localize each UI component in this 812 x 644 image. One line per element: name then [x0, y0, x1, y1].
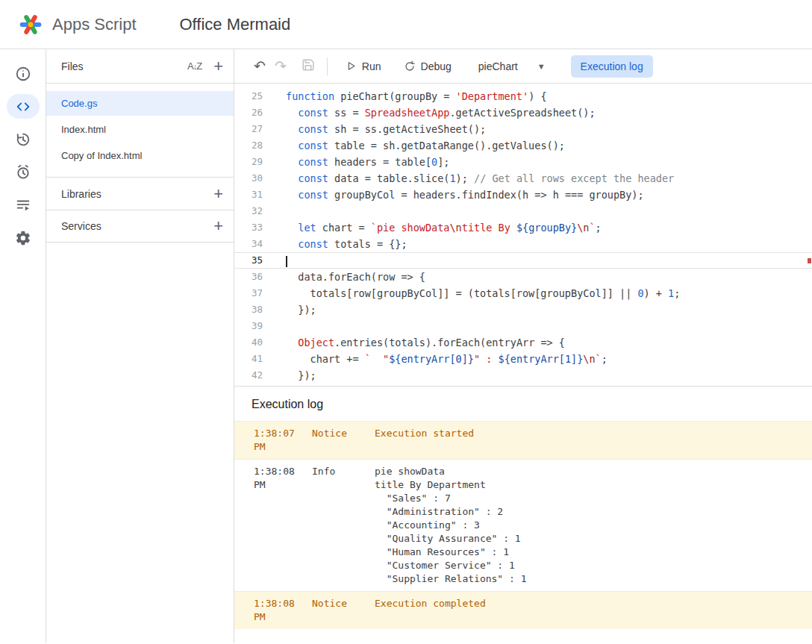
code-line-37[interactable]: 37 totals[row[groupByCol]] = (totals[row… [234, 285, 812, 301]
code-line-33[interactable]: 33 let chart = `pie showData\ntitle By $… [234, 219, 812, 236]
code-line-30[interactable]: 30 const data = table.slice(1); // Get a… [234, 170, 812, 187]
code-line-40[interactable]: 40 Object.entries(totals).forEach(entryA… [234, 334, 812, 351]
execution-log-button[interactable]: Execution log [571, 55, 653, 78]
run-play-icon [346, 60, 357, 72]
nav-settings-button[interactable] [7, 225, 40, 250]
code-line-26[interactable]: 26 const ss = SpreadsheetApp.getActiveSp… [234, 104, 812, 121]
apps-script-app: Apps Script Office Mermaid [0, 0, 812, 644]
code-line-34[interactable]: 34 const totals = {}; [234, 236, 812, 252]
sort-az-icon[interactable]: A↓Z [187, 60, 202, 72]
code-line-text: data.forEach(row => { [263, 269, 425, 285]
code-line-39[interactable]: 39 [234, 318, 812, 334]
code-line-28[interactable]: 28 const table = sh.getDataRange().getVa… [234, 137, 812, 154]
debug-button[interactable]: Debug [396, 56, 459, 77]
file-item-code-gs[interactable]: Code.gs [46, 91, 234, 116]
line-number: 27 [234, 121, 263, 137]
line-number: 33 [234, 219, 263, 236]
execution-log-title: Execution log [234, 387, 812, 421]
info-overview-icon [15, 66, 31, 82]
code-line-text: chart += ` "${entryArr[0]}" : ${entryArr… [263, 351, 608, 367]
save-icon [302, 58, 315, 72]
left-nav-rail [0, 49, 46, 643]
code-line-32[interactable]: 32 [234, 203, 812, 219]
main-area: ↶ ↷ Run Debug pieChart ▼ Execu [234, 49, 812, 643]
project-title[interactable]: Office Mermaid [180, 15, 291, 34]
add-file-button[interactable]: + [213, 58, 223, 75]
undo-button[interactable]: ↶ [249, 57, 270, 75]
services-section: Services + [46, 210, 234, 243]
code-line-text: const ss = SpreadsheetApp.getActiveSprea… [263, 104, 596, 121]
triggers-clock-icon [15, 164, 31, 181]
code-line-27[interactable]: 27 const sh = ss.getActiveSheet(); [234, 121, 812, 137]
code-line-42[interactable]: 42 }); [234, 367, 812, 384]
log-timestamp: 1:38:08 PM [234, 597, 312, 624]
nav-project-history-button[interactable] [7, 127, 40, 151]
code-line-text: const table = sh.getDataRange().getValue… [263, 137, 565, 154]
line-number: 38 [234, 301, 263, 318]
code-lines: 25function pieChart(groupBy = 'Departmen… [234, 88, 812, 384]
settings-gear-icon [15, 230, 31, 246]
run-button[interactable]: Run [338, 56, 389, 77]
code-line-text: let chart = `pie showData\ntitle By ${gr… [263, 219, 602, 236]
nav-executions-button[interactable] [7, 193, 40, 217]
nav-triggers-button[interactable] [7, 160, 40, 184]
redo-icon: ↷ [275, 58, 287, 74]
libraries-section: Libraries + [46, 177, 234, 210]
redo-button[interactable]: ↷ [270, 57, 291, 75]
code-line-35[interactable]: 35 [234, 252, 812, 269]
log-level: Notice [312, 427, 375, 454]
files-panel: Files A↓Z + Code.gs Index.html Copy of I… [46, 49, 234, 643]
debug-label: Debug [421, 60, 452, 72]
editor-toolbar: ↶ ↷ Run Debug pieChart ▼ Execu [234, 49, 812, 84]
chevron-down-icon: ▼ [537, 62, 546, 71]
nav-overview-button[interactable] [7, 61, 40, 86]
code-line-text: }); [263, 367, 316, 384]
code-line-text [263, 203, 286, 219]
code-line-38[interactable]: 38 }); [234, 301, 812, 318]
app-name[interactable]: Apps Script [52, 15, 137, 34]
code-line-text: function pieChart(groupBy = 'Department'… [263, 88, 547, 104]
code-line-text [263, 318, 286, 334]
file-item-index-html[interactable]: Index.html [46, 117, 234, 142]
file-name: Copy of Index.html [61, 150, 142, 161]
log-timestamp: 1:38:08 PM [234, 465, 312, 586]
code-editor[interactable]: 25function pieChart(groupBy = 'Departmen… [234, 84, 812, 386]
code-line-text: const data = table.slice(1); // Get all … [263, 170, 674, 187]
code-line-29[interactable]: 29 const headers = table[0]; [234, 154, 812, 170]
log-entry-notice: 1:38:07 PMNoticeExecution started [234, 421, 812, 459]
function-selector[interactable]: pieChart ▼ [472, 56, 552, 77]
code-line-text [263, 253, 287, 268]
run-label: Run [362, 60, 381, 72]
code-line-41[interactable]: 41 chart += ` "${entryArr[0]}" : ${entry… [234, 351, 812, 367]
code-line-text: }); [263, 301, 316, 318]
code-line-text: const sh = ss.getActiveSheet(); [263, 121, 486, 137]
executions-list-icon [15, 197, 31, 213]
log-message: pie showData title By Department "Sales"… [375, 465, 812, 586]
add-service-button[interactable]: + [213, 218, 223, 234]
line-number: 35 [234, 253, 263, 268]
line-number: 40 [234, 334, 263, 351]
file-item-copy-of-index-html[interactable]: Copy of Index.html [46, 143, 234, 168]
files-header: Files A↓Z + [46, 49, 234, 84]
line-number: 31 [234, 187, 263, 203]
project-history-icon [15, 131, 31, 148]
file-name: Code.gs [61, 98, 97, 109]
code-line-text: const headers = table[0]; [263, 154, 449, 170]
services-label: Services [61, 220, 102, 232]
overview-ruler-mark [808, 258, 811, 263]
line-number: 41 [234, 351, 263, 367]
apps-script-logo-icon[interactable] [16, 11, 45, 38]
line-number: 36 [234, 269, 263, 285]
log-level: Info [312, 465, 375, 586]
nav-editor-button[interactable] [7, 94, 40, 119]
code-line-25[interactable]: 25function pieChart(groupBy = 'Departmen… [234, 88, 812, 104]
save-button[interactable] [297, 57, 319, 75]
line-number: 39 [234, 318, 263, 334]
log-level: Notice [312, 597, 375, 624]
line-number: 37 [234, 285, 263, 301]
add-library-button[interactable]: + [213, 186, 223, 202]
code-line-31[interactable]: 31 const groupByCol = headers.findIndex(… [234, 187, 812, 203]
log-entry-notice: 1:38:08 PMNoticeExecution completed [234, 591, 812, 629]
code-line-36[interactable]: 36 data.forEach(row => { [234, 269, 812, 285]
text-cursor [286, 256, 287, 267]
